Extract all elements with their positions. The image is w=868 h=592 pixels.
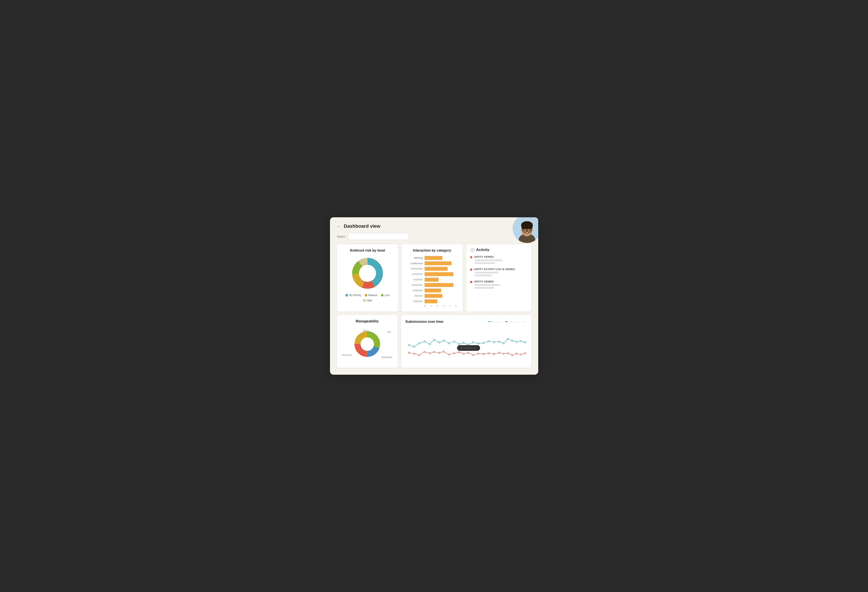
bar-fill-1	[425, 261, 452, 265]
manageability-chart: Minor Low Moderate Significant	[341, 327, 393, 361]
activity-content-0: ENTITY VIEWED	[474, 256, 503, 264]
line-chart-legend: ———— ————	[488, 320, 519, 323]
activity-lines-1	[474, 272, 515, 276]
bar-label-placeholder-8	[413, 300, 423, 302]
activity-title: Activity	[476, 248, 489, 252]
select-input[interactable]	[348, 233, 409, 240]
submissions-card: Submissions over time ———— ———— ···	[401, 315, 531, 368]
line-chart-wrapper: ● ————	[406, 326, 527, 363]
bar-label-1: Conference	[407, 262, 423, 265]
svg-point-30	[443, 340, 444, 341]
svg-point-53	[433, 351, 434, 352]
bar-fill-0	[425, 256, 443, 260]
svg-point-24	[413, 346, 415, 347]
svg-point-23	[408, 344, 409, 346]
svg-point-45	[516, 341, 517, 342]
bar-row-5	[407, 283, 457, 287]
svg-point-17	[359, 265, 376, 282]
svg-point-43	[507, 338, 508, 339]
bar-row-7	[407, 294, 457, 298]
bar-fill-5	[425, 283, 453, 287]
svg-point-11	[528, 230, 530, 231]
legend-low: Low	[381, 294, 390, 297]
svg-point-70	[516, 353, 517, 354]
activity-lines-2	[474, 284, 500, 289]
legend-dot-no-priority	[345, 294, 348, 296]
line-chart-header: Submissions over time ———— ———— ···	[406, 319, 527, 324]
activity-item-2: ENTITY VIEWED	[470, 280, 527, 289]
bar-row-0: Meeting	[407, 256, 457, 260]
bar-row-3	[407, 272, 457, 276]
page-header: ← Dashboard view 💬 🕐	[337, 223, 531, 229]
manage-label-minor: Minor	[363, 329, 369, 332]
legend-red-swatch	[505, 321, 508, 322]
activity-line-0-0	[474, 259, 503, 261]
svg-point-46	[520, 340, 521, 342]
antitrust-donut-container: No Priority Medium Low High	[341, 256, 394, 302]
legend-no-priority: No Priority	[345, 294, 361, 297]
svg-point-63	[483, 353, 484, 355]
svg-point-27	[429, 343, 430, 345]
svg-point-56	[448, 354, 449, 355]
svg-point-47	[524, 342, 526, 343]
svg-point-62	[477, 353, 479, 354]
activity-event-0: ENTITY VIEWED	[474, 256, 503, 258]
activity-event-2: ENTITY VIEWED	[474, 280, 500, 283]
svg-point-49	[413, 353, 415, 354]
bar-label-0: Meeting	[407, 257, 423, 259]
activity-clock-icon: 🕐	[470, 248, 474, 252]
svg-point-34	[463, 342, 464, 343]
bar-label-placeholder-5	[412, 284, 423, 286]
activity-item-0: ENTITY VIEWED	[470, 256, 527, 264]
svg-point-65	[493, 353, 495, 355]
svg-point-33	[458, 343, 460, 345]
bar-row-4	[407, 278, 457, 281]
svg-point-67	[503, 353, 504, 354]
legend-medium: Medium	[365, 294, 378, 297]
activity-lines-0	[474, 259, 503, 264]
bar-track-3	[425, 272, 457, 276]
svg-point-42	[503, 343, 504, 344]
back-button[interactable]: ←	[337, 224, 341, 229]
activity-panel: 🕐 Activity ENTITY VIEWED ENTITY ACTIVITY…	[466, 244, 531, 312]
svg-point-10	[524, 230, 526, 231]
svg-point-60	[467, 352, 468, 354]
activity-content-1: ENTITY ACTIVITY LOG IS VIEWED	[474, 268, 515, 276]
manageability-donut-svg	[351, 328, 384, 360]
bar-label-placeholder-2	[411, 268, 423, 269]
antitrust-legend: No Priority Medium Low High	[341, 294, 394, 302]
svg-point-52	[429, 352, 430, 354]
svg-point-61	[472, 354, 474, 355]
svg-point-32	[453, 341, 455, 342]
svg-point-28	[433, 339, 434, 340]
legend-teal-swatch	[488, 321, 491, 322]
bar-track-5	[425, 283, 457, 287]
page-title: Dashboard view	[344, 223, 381, 229]
bar-row-8	[407, 299, 457, 303]
legend-dot-medium	[365, 294, 367, 296]
bar-fill-6	[425, 289, 441, 292]
manageability-card: Manageability Minor Low Moderate Signifi…	[337, 315, 398, 368]
interaction-title: Interaction by category	[406, 249, 458, 253]
bar-label-placeholder-6	[412, 290, 423, 292]
svg-point-25	[418, 343, 420, 344]
select-row: Select:	[337, 233, 531, 240]
three-dots-menu[interactable]: ···	[522, 319, 527, 324]
activity-line-1-1	[474, 275, 492, 276]
legend-teal: ————	[488, 320, 502, 323]
bar-track-8	[425, 299, 457, 303]
antitrust-title: Antitrust risk by level	[341, 249, 394, 253]
activity-line-0-1	[474, 262, 495, 264]
antitrust-card: Antitrust risk by level No Priority	[337, 244, 398, 312]
activity-dot-2	[470, 281, 472, 283]
svg-point-31	[448, 343, 449, 344]
svg-point-50	[418, 354, 420, 355]
select-label: Select:	[337, 235, 345, 238]
svg-point-39	[488, 340, 489, 342]
activity-event-1: ENTITY ACTIVITY LOG IS VIEWED	[474, 268, 515, 271]
activity-dot-0	[470, 256, 472, 258]
bar-track-7	[425, 294, 457, 298]
main-grid: Antitrust risk by level No Priority	[337, 244, 531, 312]
bar-track-6	[425, 289, 457, 292]
bar-track-2	[425, 267, 457, 271]
